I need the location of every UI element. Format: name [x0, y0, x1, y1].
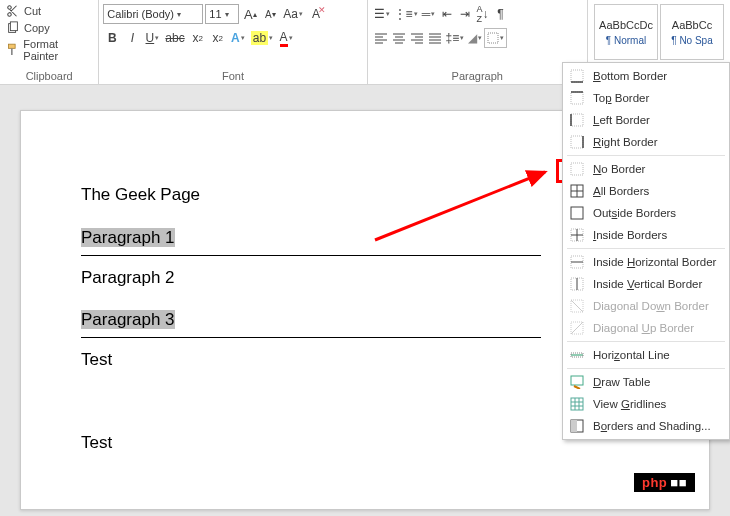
menu-inside-horizontal[interactable]: Inside Horizontal Border [563, 251, 729, 273]
paragraph-1: Paragraph 1 [81, 228, 175, 247]
menu-diagonal-down[interactable]: Diagonal Down Border [563, 295, 729, 317]
align-right-button[interactable] [408, 28, 426, 48]
clipboard-group: Cut Copy Format Painter Clipboard [0, 0, 99, 84]
hline-icon [569, 347, 585, 363]
font-group: Calibri (Body)▾ 11▾ A▴ A▾ Aa▾ A✕ B I U▾ … [99, 0, 367, 84]
font-size-value: 11 [209, 8, 221, 20]
menu-label: Bottom Border [593, 70, 667, 82]
numbering-button[interactable]: ⋮≡▾ [392, 4, 420, 24]
text-effects-button[interactable]: A▾ [229, 28, 247, 48]
cut-button[interactable]: Cut [6, 4, 92, 18]
decrease-indent-button[interactable]: ⇤ [438, 4, 456, 24]
menu-right-border[interactable]: Right Border [563, 131, 729, 153]
style-preview: AaBbCc [672, 19, 712, 31]
sort-button[interactable]: AZ↓ [474, 4, 492, 24]
diag-up-icon [569, 320, 585, 336]
watermark-p1: php [642, 475, 667, 490]
italic-button[interactable]: I [123, 28, 141, 48]
menu-separator [567, 341, 725, 342]
menu-outside-borders[interactable]: Outside Borders [563, 202, 729, 224]
menu-bottom-border[interactable]: Bottom Border [563, 65, 729, 87]
format-painter-button[interactable]: Format Painter [6, 38, 92, 62]
menu-label: Diagonal Up Border [593, 322, 694, 334]
menu-diagonal-up[interactable]: Diagonal Up Border [563, 317, 729, 339]
paintbrush-icon [6, 43, 19, 57]
subscript-button[interactable]: x2 [189, 28, 207, 48]
superscript-button[interactable]: x2 [209, 28, 227, 48]
multilevel-list-button[interactable]: ═▾ [420, 4, 438, 24]
increase-indent-button[interactable]: ⇥ [456, 4, 474, 24]
diag-down-icon [569, 298, 585, 314]
strikethrough-button[interactable]: abc [163, 28, 186, 48]
clipboard-group-label: Clipboard [4, 68, 94, 84]
menu-label: Top Border [593, 92, 649, 104]
menu-draw-table[interactable]: Draw Table [563, 371, 729, 393]
svg-line-28 [571, 322, 583, 334]
shrink-font-button[interactable]: A▾ [261, 4, 279, 24]
align-center-button[interactable] [390, 28, 408, 48]
paragraph-group-label: Paragraph [372, 68, 583, 84]
justify-icon [428, 32, 442, 44]
align-left-icon [374, 32, 388, 44]
menu-inside-borders[interactable]: Inside Borders [563, 224, 729, 246]
border-icon [487, 32, 499, 44]
inside-h-icon [569, 254, 585, 270]
svg-rect-38 [571, 420, 577, 432]
justify-button[interactable] [426, 28, 444, 48]
menu-all-borders[interactable]: All Borders [563, 180, 729, 202]
inside-v-icon [569, 276, 585, 292]
bottom-border-icon [569, 68, 585, 84]
menu-label: No Border [593, 163, 645, 175]
copy-label: Copy [24, 22, 50, 34]
menu-top-border[interactable]: Top Border [563, 87, 729, 109]
grow-font-button[interactable]: A▴ [241, 4, 259, 24]
svg-rect-5 [571, 70, 583, 82]
horizontal-rule [81, 337, 541, 338]
inside-borders-icon [569, 227, 585, 243]
menu-label: Borders and Shading... [593, 420, 711, 432]
menu-view-gridlines[interactable]: View Gridlines [563, 393, 729, 415]
clear-formatting-button[interactable]: A✕ [307, 4, 325, 24]
line-spacing-button[interactable]: ‡≡▾ [444, 28, 467, 48]
menu-label: All Borders [593, 185, 649, 197]
menu-borders-shading[interactable]: Borders and Shading... [563, 415, 729, 437]
bullets-button[interactable]: ☰▾ [372, 4, 392, 24]
font-color-button[interactable]: A▾ [277, 28, 295, 48]
svg-rect-4 [488, 33, 498, 43]
highlight-button[interactable]: ab▾ [249, 28, 275, 48]
outside-borders-icon [569, 205, 585, 221]
menu-label: Inside Horizontal Border [593, 256, 716, 268]
font-name-combo[interactable]: Calibri (Body)▾ [103, 4, 203, 24]
svg-rect-31 [571, 376, 583, 385]
menu-horizontal-line[interactable]: Horizontal Line [563, 344, 729, 366]
copy-button[interactable]: Copy [6, 21, 92, 35]
gridlines-icon [569, 396, 585, 412]
font-size-combo[interactable]: 11▾ [205, 4, 239, 24]
align-right-icon [410, 32, 424, 44]
style-preview: AaBbCcDc [599, 19, 653, 31]
shading-button[interactable]: ◢▾ [466, 28, 484, 48]
align-left-button[interactable] [372, 28, 390, 48]
menu-no-border[interactable]: No Border [563, 158, 729, 180]
style-normal[interactable]: AaBbCcDc ¶ Normal [594, 4, 658, 60]
svg-rect-1 [10, 22, 17, 31]
bold-button[interactable]: B [103, 28, 121, 48]
show-hide-button[interactable]: ¶ [492, 4, 510, 24]
menu-inside-vertical[interactable]: Inside Vertical Border [563, 273, 729, 295]
svg-rect-13 [571, 163, 583, 175]
change-case-button[interactable]: Aa▾ [281, 4, 305, 24]
watermark: php■■ [634, 473, 695, 492]
menu-left-border[interactable]: Left Border [563, 109, 729, 131]
svg-rect-9 [571, 114, 583, 126]
scissors-icon [6, 4, 20, 18]
font-group-label: Font [103, 68, 362, 84]
borders-button[interactable]: ▾ [484, 28, 507, 48]
style-name: ¶ No Spa [671, 35, 713, 46]
svg-rect-32 [571, 398, 583, 410]
right-border-icon [569, 134, 585, 150]
underline-button[interactable]: U▾ [143, 28, 161, 48]
borders-dropdown: Bottom Border Top Border Left Border Rig… [562, 62, 730, 440]
style-no-spacing[interactable]: AaBbCc ¶ No Spa [660, 4, 724, 60]
menu-label: Horizontal Line [593, 349, 670, 361]
menu-separator [567, 368, 725, 369]
